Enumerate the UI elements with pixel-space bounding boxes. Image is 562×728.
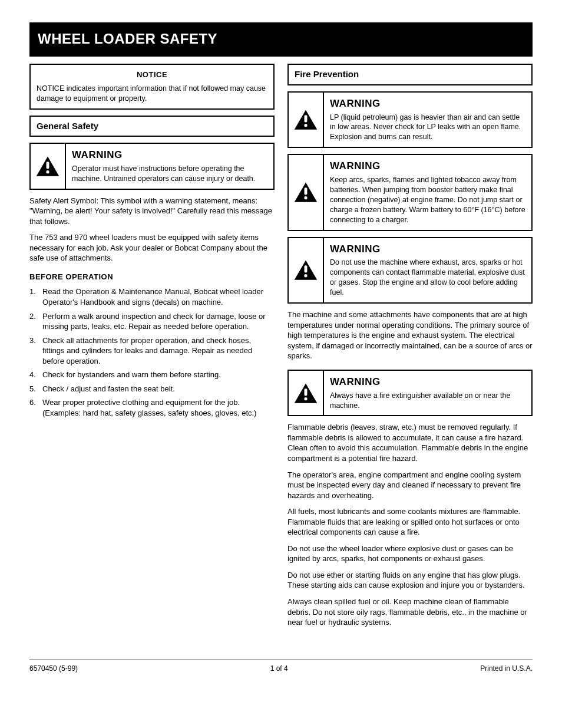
list-item: 2. Perform a walk around inspection and … (29, 311, 275, 332)
before-operation-heading: BEFORE OPERATION (29, 272, 275, 282)
warning-body: LP (liquid petroleum) gas is heavier tha… (330, 113, 521, 141)
page-footer: 6570450 (5-99) 1 of 4 Printed in U.S.A. (29, 660, 533, 673)
list-text: Read the Operation & Maintenance Manual,… (42, 286, 275, 307)
list-number: 6. (29, 397, 42, 418)
svg-rect-4 (305, 187, 308, 195)
list-text: Wear proper protective clothing and equi… (42, 397, 275, 418)
warning-level: WARNING (330, 375, 525, 389)
list-number: 4. (29, 370, 42, 380)
warning-level: WARNING (72, 149, 267, 162)
footer-doc-id: 6570450 (5-99) (29, 664, 78, 673)
page-title-bar: WHEEL LOADER SAFETY (29, 22, 533, 57)
two-column-layout: NOTICE NOTICE indicates important inform… (29, 64, 533, 635)
high-temp-para: The machine and some attachments have co… (287, 309, 533, 361)
warning-body: Operator must have instructions before o… (72, 164, 255, 183)
list-number: 5. (29, 384, 42, 394)
list-item: 6. Wear proper protective clothing and e… (29, 397, 275, 418)
warning-icon-cell (289, 93, 324, 147)
extinguisher-warning: WARNING Always have a fire extinguisher … (287, 370, 533, 417)
warning-text-cell: WARNING LP (liquid petroleum) gas is hea… (324, 93, 531, 147)
warning-level: WARNING (330, 97, 525, 111)
safety-alert-para: Safety Alert Symbol: This symbol with a … (29, 196, 275, 227)
alert-triangle-icon (293, 259, 318, 281)
list-text: Perform a walk around inspection and che… (42, 311, 275, 332)
left-column: NOTICE NOTICE indicates important inform… (29, 64, 275, 635)
warning-text-cell: WARNING Keep arcs, sparks, flames and li… (324, 155, 531, 229)
list-item: 3. Check all attachments for proper oper… (29, 335, 275, 367)
general-safety-header: General Safety (29, 116, 275, 137)
warning-body: Do not use the machine where exhaust, ar… (330, 258, 525, 297)
warning-text-cell: WARNING Always have a fire extinguisher … (324, 371, 531, 416)
warning-text-cell: WARNING Do not use the machine where exh… (324, 238, 531, 302)
list-text: Check all attachments for proper operati… (42, 335, 275, 367)
svg-point-5 (304, 196, 307, 199)
svg-point-1 (46, 170, 49, 173)
warning-icon-cell (31, 144, 66, 189)
right-body-1: The machine and some attachments have co… (287, 309, 533, 361)
explosive-dust-para: Do not use the wheel loader where explos… (287, 543, 533, 564)
warning-icon-cell (289, 155, 324, 229)
list-item: 5. Check / adjust and fasten the seat be… (29, 384, 275, 394)
warning-level: WARNING (330, 243, 525, 256)
alert-triangle-icon (293, 181, 318, 203)
svg-rect-0 (47, 162, 49, 169)
list-number: 3. (29, 335, 42, 367)
equipment-para: The 753 and 970 wheel loaders must be eq… (29, 232, 275, 263)
exhaust-warning: WARNING Do not use the machine where exh… (287, 237, 533, 304)
alert-triangle-icon (35, 155, 60, 177)
general-warning-row: WARNING Operator must have instructions … (29, 143, 275, 190)
notice-box: NOTICE NOTICE indicates important inform… (29, 64, 275, 109)
warning-body: Always have a fire extinguisher availabl… (330, 391, 510, 410)
list-text: Check for bystanders and warn them befor… (42, 370, 275, 380)
flammable-fluids-para: All fuels, most lubricants and some cool… (287, 506, 533, 538)
notice-body: NOTICE indicates important information t… (37, 84, 267, 104)
ether-para: Do not use ether or starting fluids on a… (287, 570, 533, 591)
list-number: 2. (29, 311, 42, 332)
clean-spills-para: Always clean spilled fuel or oil. Keep m… (287, 597, 533, 628)
left-body-paragraphs: Safety Alert Symbol: This symbol with a … (29, 196, 275, 263)
battery-warning: WARNING Keep arcs, sparks, flames and li… (287, 154, 533, 230)
right-body-2: Flammable debris (leaves, straw, etc.) m… (287, 422, 533, 627)
warning-body: Keep arcs, sparks, flames and lighted to… (330, 176, 525, 224)
list-item: 1. Read the Operation & Maintenance Manu… (29, 286, 275, 307)
general-warning-text: WARNING Operator must have instructions … (66, 144, 273, 189)
svg-point-9 (304, 397, 307, 400)
list-text: Check / adjust and fasten the seat belt. (42, 384, 275, 394)
footer-page-number: 1 of 4 (270, 664, 288, 673)
footer-origin: Printed in U.S.A. (480, 664, 533, 673)
warning-icon-cell (289, 371, 324, 416)
fire-prevention-header: Fire Prevention (287, 64, 533, 85)
warning-level: WARNING (330, 160, 525, 173)
svg-point-3 (304, 124, 307, 127)
svg-rect-2 (305, 115, 308, 122)
svg-point-7 (304, 274, 307, 277)
lp-gas-warning: WARNING LP (liquid petroleum) gas is hea… (287, 91, 533, 149)
svg-rect-6 (305, 265, 308, 272)
list-item: 4. Check for bystanders and warn them be… (29, 370, 275, 380)
debris-para: Flammable debris (leaves, straw, etc.) m… (287, 422, 533, 463)
warning-icon-cell (289, 238, 324, 302)
alert-triangle-icon (293, 108, 318, 131)
svg-rect-8 (305, 388, 308, 396)
right-column: Fire Prevention WARNING LP (liquid petro… (287, 64, 533, 635)
notice-heading: NOTICE (37, 70, 267, 80)
inspect-para: The operator's area, engine compartment … (287, 470, 533, 501)
page-title: WHEEL LOADER SAFETY (38, 31, 217, 47)
list-number: 1. (29, 286, 42, 307)
alert-triangle-icon (293, 382, 318, 404)
